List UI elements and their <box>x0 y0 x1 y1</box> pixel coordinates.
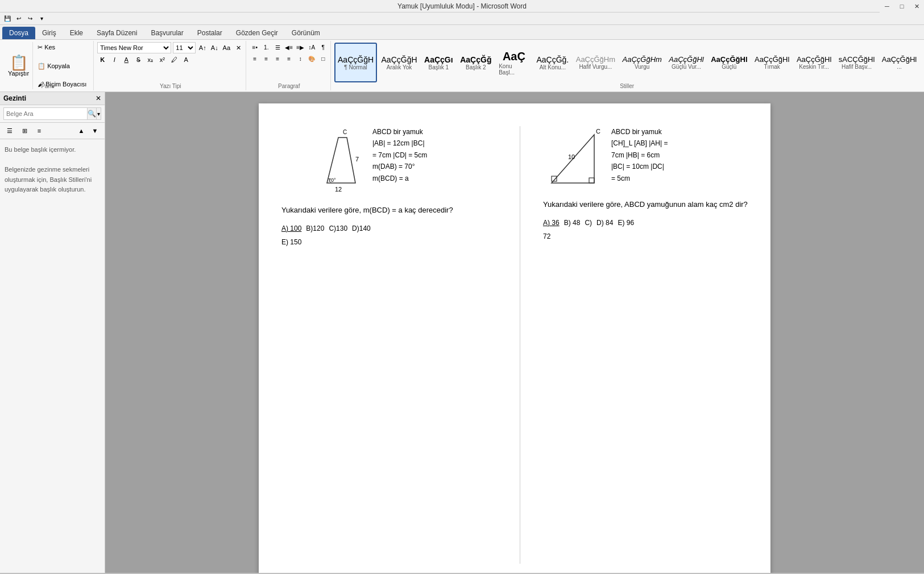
details-view-button[interactable]: ≡ <box>33 124 45 137</box>
tab-gozden-gecir[interactable]: Gözden Geçir <box>229 27 285 39</box>
paste-label: Yapıştır <box>8 70 29 77</box>
answer-c: C)130 <box>329 224 347 232</box>
tab-dosya[interactable]: Dosya <box>2 27 35 39</box>
right-fig-line4: |BC| = 10cm |DC| <box>611 161 668 172</box>
numbering-button[interactable]: 1. <box>261 42 271 52</box>
nav-up-button[interactable]: ▲ <box>75 124 88 137</box>
paste-button[interactable]: 📋 Yapıştır <box>5 42 33 89</box>
paste-icon: 📋 <box>10 55 28 70</box>
left-figure-container: 12 7 C 70° ABCD bir yamuk |AB| = 12cm |B… <box>281 126 497 194</box>
font-color-button[interactable]: A <box>181 55 191 65</box>
svg-rect-3 <box>589 178 594 183</box>
bullets-button[interactable]: ≡• <box>250 42 260 52</box>
tab-ekle[interactable]: Ekle <box>63 27 90 39</box>
style-topic-button[interactable]: AaÇ Konu Başl... <box>496 43 532 82</box>
search-button[interactable]: 🔍 <box>88 107 97 120</box>
minimize-button[interactable]: ─ <box>880 0 894 13</box>
style-subtopic-button[interactable]: AaÇçĞğ. Alt Konu... <box>534 43 571 82</box>
document-area: 12 7 C 70° ABCD bir yamuk |AB| = 12cm |B… <box>105 92 924 573</box>
sidebar-title: Gezinti <box>3 94 26 102</box>
style-strong-button[interactable]: AaÇçĞğHl Güçlü <box>708 43 750 82</box>
grid-view-button[interactable]: ⊞ <box>18 124 31 137</box>
style-no-spacing-button[interactable]: AaÇçĞğH Aralık Yok <box>379 43 420 82</box>
justify-button[interactable]: ≡ <box>284 53 294 64</box>
clear-format-button[interactable]: ✕ <box>233 43 243 53</box>
style-emphasis-button[interactable]: AaÇçĞğHm Vurgu <box>620 43 665 82</box>
left-fig-line5: m(BCD) = a <box>372 173 427 184</box>
tab-basvurular[interactable]: Başvurular <box>144 27 190 39</box>
increase-indent-button[interactable]: ≡▶ <box>295 42 305 52</box>
label-c-right: C <box>596 128 600 135</box>
superscript-button[interactable]: x² <box>157 55 167 65</box>
font-size-select[interactable]: 11 <box>173 42 196 53</box>
sidebar-content: Bu belge başlık içermiyor. Belgenizde ge… <box>0 139 105 201</box>
decrease-font-button[interactable]: A↓ <box>209 43 219 53</box>
redo-icon[interactable]: ↪ <box>25 14 35 24</box>
right-figure-svg: C 10 <box>543 126 606 194</box>
right-figure-container: C 10 ABCD bir yamuk [CH]_L [AB] |AH| = 7… <box>543 126 748 194</box>
line-spacing-button[interactable]: ↕ <box>295 53 305 64</box>
right-question-text: Yukarıdaki verilere göre, ABCD yamuğunun… <box>543 200 748 209</box>
show-hide-button[interactable]: ¶ <box>318 42 328 52</box>
style-normal-button[interactable]: AaÇçĞğH ¶ Normal <box>334 43 377 82</box>
tab-sayfa-duzeni[interactable]: Sayfa Düzeni <box>90 27 144 39</box>
maximize-button[interactable]: □ <box>894 0 909 13</box>
ribbon: 📋 Yapıştır ✂ Kes 📋 Kopyala 🖌 Biçim Boyac… <box>0 40 924 92</box>
undo-icon[interactable]: ↩ <box>14 14 24 24</box>
italic-button[interactable]: I <box>109 55 119 65</box>
borders-button[interactable]: □ <box>318 53 328 64</box>
sort-button[interactable]: ↕A <box>306 42 317 52</box>
shading-button[interactable]: 🎨 <box>306 53 317 64</box>
close-button[interactable]: ✕ <box>909 0 924 13</box>
answer-e: E) 150 <box>281 238 301 246</box>
style-sharp-quote-button[interactable]: AaÇçĞğHl Keskin Tır... <box>794 43 834 82</box>
right-fig-line5: = 5cm <box>611 173 668 184</box>
quick-access-toolbar: 💾 ↩ ↪ ▾ <box>0 13 924 25</box>
decrease-indent-button[interactable]: ◀≡ <box>284 42 294 52</box>
right-answer-row1: A) 36 B) 48 C) D) 84 E) 96 <box>543 219 748 227</box>
style-strong-emphasis-button[interactable]: AaÇçĞğHl Güçlü Vur... <box>666 43 707 82</box>
style-book-title-button[interactable]: sACÇĞğHl Hafif Başv... <box>836 43 877 82</box>
style-heading1-button[interactable]: AaÇçGı Başlık 1 <box>421 43 455 82</box>
search-input[interactable] <box>3 107 88 120</box>
sidebar-nav: ☰ ⊞ ≡ ▲ ▼ <box>0 123 105 139</box>
right-answer-b: B) 48 <box>564 219 581 227</box>
align-center-button[interactable]: ≡ <box>261 53 271 64</box>
save-icon[interactable]: 💾 <box>2 14 13 24</box>
text-highlight-button[interactable]: 🖊 <box>169 55 179 65</box>
ribbon-tab-bar: Dosya Giriş Ekle Sayfa Düzeni Başvurular… <box>0 25 924 40</box>
style-heading2-button[interactable]: AaÇçĞğ Başlık 2 <box>457 43 494 82</box>
list-view-button[interactable]: ☰ <box>3 124 16 137</box>
style-more-button[interactable]: AaÇçĞğHl ... <box>879 43 919 82</box>
search-dropdown-button[interactable]: ▾ <box>97 107 101 120</box>
font-name-select[interactable]: Times New Ror <box>97 42 171 53</box>
subscript-button[interactable]: x₂ <box>145 55 155 65</box>
align-right-button[interactable]: ≡ <box>272 53 283 64</box>
tab-gorunum[interactable]: Görünüm <box>285 27 327 39</box>
increase-font-button[interactable]: A↑ <box>197 43 208 53</box>
tab-postalar[interactable]: Postalar <box>190 27 229 39</box>
label-7: 7 <box>355 156 359 163</box>
multilevel-button[interactable]: ☰ <box>272 42 283 52</box>
font-group: Times New Ror 11 A↑ A↓ Aa ✕ K I A S̶ x₂ … <box>95 41 246 90</box>
paragraph-group: ≡• 1. ☰ ◀≡ ≡▶ ↕A ¶ ≡ ≡ ≡ ≡ ↕ 🎨 □ Paragra… <box>247 41 331 90</box>
cut-button[interactable]: ✂ Kes <box>35 43 89 52</box>
copy-button[interactable]: 📋 Kopyala <box>35 62 89 70</box>
sidebar-search-area: 🔍 ▾ <box>0 105 105 123</box>
bold-button[interactable]: K <box>97 55 107 65</box>
strikethrough-button[interactable]: S̶ <box>133 55 143 65</box>
style-light-emphasis-button[interactable]: AaÇçĞğHm Hafif Vurgu... <box>573 43 618 82</box>
title-bar: Yamuk [Uyumluluk Modu] - Microsoft Word … <box>0 0 924 13</box>
right-column: C 10 ABCD bir yamuk [CH]_L [AB] |AH| = 7… <box>543 126 748 564</box>
customize-icon[interactable]: ▾ <box>36 14 47 24</box>
underline-button[interactable]: A <box>121 55 131 65</box>
page-divider <box>520 126 520 564</box>
label-10: 10 <box>568 153 575 160</box>
nav-down-button[interactable]: ▼ <box>89 124 101 137</box>
svg-marker-0 <box>327 138 355 183</box>
style-quote-button[interactable]: AaÇçĞğHl Tırnak <box>752 43 792 82</box>
align-left-button[interactable]: ≡ <box>250 53 260 64</box>
change-case-button[interactable]: Aa <box>221 43 231 53</box>
tab-giris[interactable]: Giriş <box>35 27 63 39</box>
sidebar-close-button[interactable]: ✕ <box>96 94 101 102</box>
